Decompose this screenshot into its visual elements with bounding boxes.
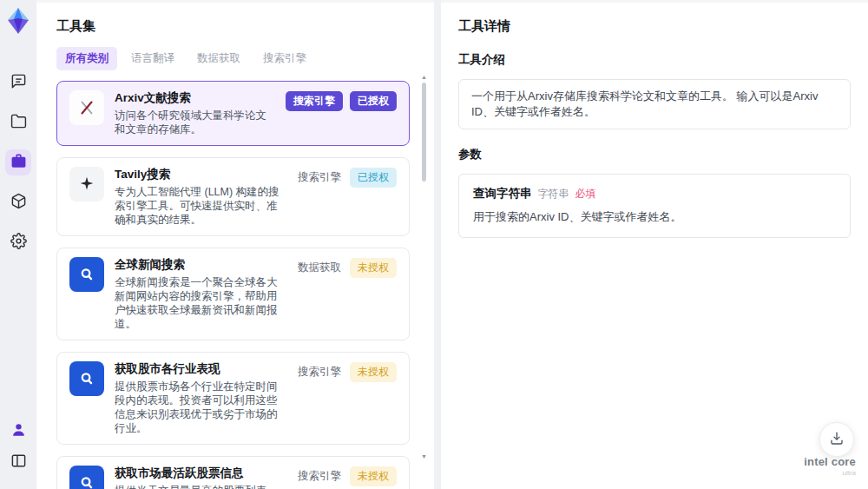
param-description: 用于搜索的Arxiv ID、关键字或作者姓名。 — [473, 209, 836, 225]
briefcase-icon — [10, 153, 27, 172]
panel-toggle-icon — [10, 453, 27, 472]
parameter-card: 查询字符串 字符串 必填 用于搜索的Arxiv ID、关键字或作者姓名。 — [458, 174, 851, 238]
status-badge: 已授权 — [350, 91, 397, 111]
tool-description: 访问各个研究领域大量科学论文和文章的存储库。 — [115, 109, 275, 136]
sidebar-item-files[interactable] — [5, 109, 31, 135]
blue-search-icon — [69, 466, 104, 489]
page-title: 工具集 — [56, 18, 422, 35]
gear-icon — [10, 233, 27, 252]
arxiv-logo-icon — [69, 90, 104, 125]
param-type: 字符串 — [538, 187, 569, 202]
folder-icon — [10, 113, 27, 132]
tool-intro-text: 一个用于从Arxiv存储库搜索科学论文和文章的工具。 输入可以是Arxiv ID… — [458, 79, 851, 129]
category-label: 数据获取 — [296, 258, 343, 278]
sidebar-item-tools[interactable] — [5, 149, 31, 175]
panel-divider — [434, 0, 441, 489]
tool-card[interactable]: 获取股市各行业表现 提供股票市场各个行业在特定时间段内的表现。投资者可以利用这些… — [56, 352, 410, 445]
status-badge: 已授权 — [350, 168, 397, 188]
blue-search-icon — [69, 361, 104, 396]
sidebar-item-settings[interactable] — [5, 229, 31, 255]
tool-card[interactable]: Tavily搜索 专为人工智能代理 (LLM) 构建的搜索引擎工具。可快速提供实… — [56, 157, 410, 236]
brand-sub-text: ultra — [804, 469, 856, 477]
tool-card[interactable]: 全球新闻搜索 全球新闻搜索是一个聚合全球各大新闻网站内容的搜索引擎，帮助用户快速… — [56, 248, 410, 340]
chat-icon — [10, 73, 27, 92]
sidebar — [0, 0, 36, 489]
sidebar-item-collapse[interactable] — [5, 449, 31, 475]
tool-card[interactable]: Arxiv文献搜索 访问各个研究领域大量科学论文和文章的存储库。 搜索引擎已授权 — [56, 81, 410, 146]
tool-description: 专为人工智能代理 (LLM) 构建的搜索引擎工具。可快速提供实时、准确和真实的结… — [115, 185, 286, 227]
param-name: 查询字符串 — [473, 186, 532, 202]
status-badge: 未授权 — [350, 258, 397, 278]
sidebar-item-packages[interactable] — [5, 189, 31, 215]
intel-core-logo: intel core ultra — [804, 455, 856, 477]
blue-search-icon — [69, 257, 104, 292]
tools-panel: 工具集 所有类别语言翻译数据获取搜索引擎 Arxiv文献搜索 访问各个研究领域大… — [36, 0, 434, 489]
app-logo-icon — [5, 7, 31, 35]
app-root: 工具集 所有类别语言翻译数据获取搜索引擎 Arxiv文献搜索 访问各个研究领域大… — [0, 0, 868, 489]
intro-heading: 工具介绍 — [458, 52, 851, 68]
category-label: 搜索引擎 — [296, 168, 343, 188]
scroll-down-icon[interactable]: ▼ — [421, 453, 427, 459]
details-title: 工具详情 — [458, 18, 851, 35]
scroll-up-icon[interactable]: ▲ — [421, 74, 427, 80]
user-icon — [10, 421, 27, 440]
category-tabs: 所有类别语言翻译数据获取搜索引擎 — [56, 47, 422, 70]
sidebar-item-chat[interactable] — [5, 69, 31, 96]
tool-description: 提供当天交易量最高的股票列表，投资者可以利用这些信息来识别流动性强的股票和潜在的… — [115, 484, 286, 489]
status-badge: 未授权 — [350, 466, 397, 486]
tool-name: 获取市场最活跃股票信息 — [115, 466, 286, 481]
tool-details-panel: 工具详情 工具介绍 一个用于从Arxiv存储库搜索科学论文和文章的工具。 输入可… — [441, 0, 868, 489]
tool-name: Arxiv文献搜索 — [115, 90, 275, 106]
cube-icon — [10, 193, 27, 212]
tool-name: 获取股市各行业表现 — [115, 361, 286, 377]
brand-text: intel core — [804, 455, 856, 468]
tab-category[interactable]: 搜索引擎 — [254, 47, 315, 70]
tab-active[interactable]: 所有类别 — [56, 47, 117, 70]
download-button[interactable] — [819, 422, 854, 457]
tavily-star-icon — [69, 167, 104, 202]
tab-category[interactable]: 语言翻译 — [122, 47, 183, 70]
param-required-badge: 必填 — [575, 187, 596, 202]
sidebar-item-account[interactable] — [5, 418, 31, 444]
tool-list: Arxiv文献搜索 访问各个研究领域大量科学论文和文章的存储库。 搜索引擎已授权… — [56, 81, 422, 489]
tool-name: 全球新闻搜索 — [115, 257, 286, 273]
category-label: 搜索引擎 — [296, 466, 343, 486]
category-label: 搜索引擎 — [296, 362, 343, 382]
tool-description: 全球新闻搜索是一个聚合全球各大新闻网站内容的搜索引擎，帮助用户快速获取全球最新资… — [115, 275, 286, 331]
tool-description: 提供股票市场各个行业在特定时间段内的表现。投资者可以利用这些信息来识别表现优于或… — [115, 380, 286, 435]
params-heading: 参数 — [458, 147, 851, 162]
tab-category[interactable]: 数据获取 — [188, 47, 249, 70]
download-icon — [829, 431, 845, 449]
status-badge: 未授权 — [350, 362, 397, 382]
scrollbar-thumb[interactable] — [422, 83, 426, 182]
category-badge: 搜索引擎 — [286, 91, 343, 111]
tool-name: Tavily搜索 — [115, 167, 286, 182]
tool-card[interactable]: 获取市场最活跃股票信息 提供当天交易量最高的股票列表，投资者可以利用这些信息来识… — [56, 456, 410, 489]
